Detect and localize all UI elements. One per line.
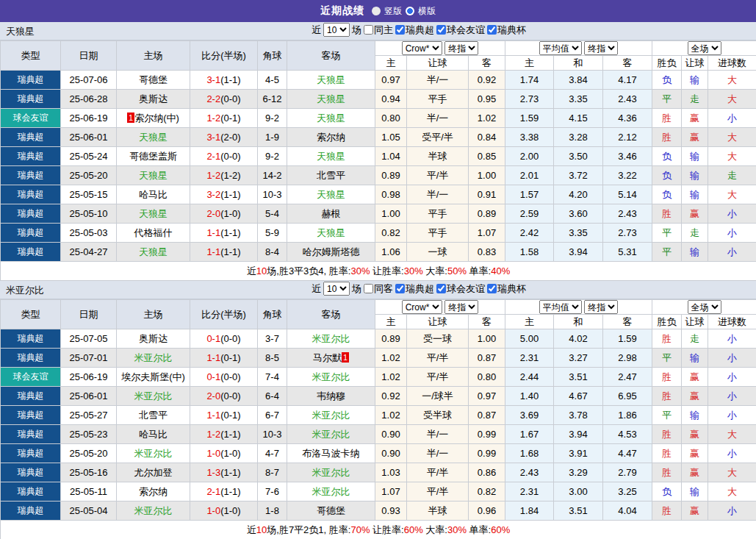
friendly-label[interactable]: 球会友谊 <box>447 24 485 37</box>
cup-checkbox[interactable] <box>487 25 497 35</box>
horizontal-layout-label[interactable]: 横版 <box>418 5 436 18</box>
avg-draw-odds-cell: 4.20 <box>554 185 603 204</box>
same-venue-label[interactable]: 同主 <box>374 24 393 37</box>
league-filter-friendly[interactable]: 球会友谊 <box>436 24 485 37</box>
away-team-cell: 哥德堡 <box>287 501 375 521</box>
result-cell: 胜 <box>652 109 682 128</box>
friendly-checkbox[interactable] <box>436 25 446 35</box>
same-venue-filter[interactable]: 同主 <box>364 24 393 37</box>
same-venue-filter[interactable]: 同客 <box>364 282 393 296</box>
same-venue-checkbox[interactable] <box>364 284 373 293</box>
league-filter-allsvenskan[interactable]: 瑞典超 <box>395 282 434 296</box>
result-cell: 胜 <box>652 463 682 482</box>
matches-table: 类型 日期 主场 比分(半场) 角球 客场 Crow* 终指 平均值 终指 全场 <box>0 299 756 539</box>
odds-stage-select[interactable]: 终指 <box>444 300 478 314</box>
avg-draw-odds-cell: 3.94 <box>554 243 603 262</box>
away-odds-cell: 0.91 <box>469 185 505 204</box>
league-filter-cup[interactable]: 瑞典杯 <box>487 282 526 296</box>
avg-away-odds-cell: 1.86 <box>603 406 652 425</box>
match-type-cell: 球会友谊 <box>1 109 61 128</box>
away-odds-cell: 0.99 <box>469 425 505 444</box>
avg-odds-group: 平均值 终指 <box>505 300 652 315</box>
recent-count-select[interactable]: 10 <box>323 282 350 296</box>
odds-stage-select[interactable]: 终指 <box>444 41 478 55</box>
match-type-cell: 瑞典超 <box>1 166 61 185</box>
home-team-cell: 埃尔夫斯堡(中) <box>117 368 190 387</box>
team-label: 北雪平 <box>139 410 168 421</box>
cup-label[interactable]: 瑞典杯 <box>497 24 526 37</box>
games-label: 场 <box>352 24 361 37</box>
score-cell: 0-1(0-0) <box>190 368 258 387</box>
avg-home-odds-cell: 2.01 <box>505 166 554 185</box>
avg-stage-select[interactable]: 终指 <box>584 41 618 55</box>
sub-avg-draw: 和 <box>554 315 603 329</box>
team-label: 米亚尔比 <box>134 448 173 459</box>
sub-result: 胜负 <box>652 56 682 71</box>
odds-source-select[interactable]: Crow* <box>402 300 442 314</box>
team-label: 北雪平 <box>317 170 345 181</box>
recent-count-select[interactable]: 10 <box>323 23 350 37</box>
match-row: 瑞典超25-06-28奥斯达2-2(0-0)6-12天狼星0.94平手0.952… <box>1 90 756 109</box>
horizontal-layout-radio[interactable] <box>406 7 414 15</box>
halftime-score: (0-0) <box>220 371 240 382</box>
vertical-layout-label[interactable]: 竖版 <box>384 5 402 18</box>
goals-result-cell: 大 <box>708 425 756 444</box>
date-cell: 25-05-11 <box>61 482 117 501</box>
fulltime-score: 1-2 <box>206 170 220 181</box>
card-badge: 1 <box>342 352 349 363</box>
away-odds-cell: 0.96 <box>469 501 505 521</box>
home-odds-cell: 1.03 <box>375 463 407 482</box>
cup-label[interactable]: 瑞典杯 <box>497 282 526 296</box>
date-cell: 25-06-19 <box>61 368 117 387</box>
away-team-cell: 韦纳穆 <box>287 387 375 406</box>
same-venue-label[interactable]: 同客 <box>374 282 393 296</box>
league-filter-allsvenskan[interactable]: 瑞典超 <box>395 24 434 37</box>
fulltime-score: 1-0 <box>206 448 220 459</box>
team-label: 哥德堡盖斯 <box>129 151 177 162</box>
goals-result-cell: 大 <box>708 147 756 166</box>
corners-cell: 4-7 <box>258 444 287 463</box>
summary-text: 场,胜7平2负1, 胜率: <box>267 524 350 535</box>
league-label[interactable]: 瑞典超 <box>406 282 434 296</box>
summary-text: 让胜率: <box>370 524 403 535</box>
avg-stage-select[interactable]: 终指 <box>584 300 618 314</box>
away-team-cell: 米亚尔比 <box>287 368 375 387</box>
corners-cell: 9-2 <box>258 147 287 166</box>
league-checkbox[interactable] <box>395 25 405 35</box>
scope-select[interactable]: 全场 <box>688 300 721 314</box>
match-type-cell: 瑞典超 <box>1 387 61 406</box>
corners-cell: 1-9 <box>258 128 287 147</box>
away-team-cell: 天狼星 <box>287 147 375 166</box>
odds-source-select[interactable]: Crow* <box>402 41 442 55</box>
match-row: 瑞典超25-05-03代格福什1-1(1-1)5-9天狼星0.82平手1.072… <box>1 224 756 243</box>
avg-draw-odds-cell: 3.35 <box>554 224 603 243</box>
team-label: 赫根 <box>322 208 341 219</box>
away-odds-cell: 0.95 <box>469 90 505 109</box>
avg-odds-select[interactable]: 平均值 <box>539 300 582 314</box>
cup-checkbox[interactable] <box>487 284 497 293</box>
summary-value: 30% <box>447 524 467 535</box>
match-type-cell: 瑞典超 <box>1 329 61 349</box>
avg-odds-select[interactable]: 平均值 <box>539 41 582 55</box>
scope-select[interactable]: 全场 <box>688 41 721 55</box>
same-venue-checkbox[interactable] <box>364 25 373 35</box>
summary-text: 大率: <box>423 265 447 276</box>
handicap-cell: 半/一 <box>407 425 469 444</box>
date-cell: 25-04-27 <box>61 243 117 262</box>
date-cell: 25-06-19 <box>61 109 117 128</box>
league-filter-friendly[interactable]: 球会友谊 <box>436 282 485 296</box>
vertical-layout-radio[interactable] <box>372 7 381 15</box>
friendly-label[interactable]: 球会友谊 <box>447 282 485 296</box>
sub-goals: 进球数 <box>708 315 756 329</box>
fulltime-score: 1-2 <box>206 429 220 440</box>
league-filter-cup[interactable]: 瑞典杯 <box>487 24 526 37</box>
friendly-checkbox[interactable] <box>436 284 446 293</box>
summary-value: 60% <box>404 524 423 535</box>
date-cell: 25-05-20 <box>61 166 117 185</box>
league-checkbox[interactable] <box>395 284 405 293</box>
date-cell: 25-07-06 <box>61 71 117 90</box>
handicap-cell: 平/半 <box>407 463 469 482</box>
league-label[interactable]: 瑞典超 <box>406 24 434 37</box>
halftime-score: (1-1) <box>220 486 240 497</box>
handicap-cell: 一球 <box>407 243 469 262</box>
